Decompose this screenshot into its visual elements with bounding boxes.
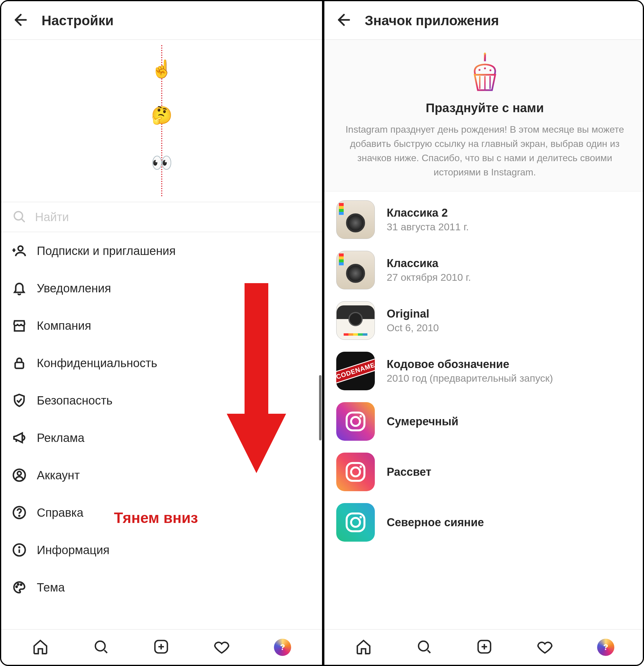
svg-point-10 [18, 584, 19, 585]
nav-add-icon[interactable] [476, 638, 493, 656]
info-circle-icon [12, 543, 27, 557]
app-icon-option-codename[interactable]: CODENAME Кодовое обозначение2010 год (пр… [324, 346, 644, 396]
svg-point-6 [19, 515, 20, 516]
menu-label: Информация [37, 543, 109, 557]
help-circle-icon [12, 505, 27, 520]
menu-item-privacy[interactable]: Конфиденциальность [1, 344, 322, 382]
two-panel-layout: Настройки ☝️ 🤔 👀 Подписки и приглашения … [0, 0, 644, 666]
svg-point-4 [18, 472, 21, 475]
menu-item-business[interactable]: Компания [1, 307, 322, 344]
scrollbar-thumb[interactable] [319, 375, 321, 440]
menu-item-about[interactable]: Информация [1, 531, 322, 569]
app-icon-list[interactable]: Классика 231 августа 2011 г. Классика27 … [324, 191, 644, 629]
menu-label: Уведомления [37, 282, 111, 295]
svg-rect-18 [347, 413, 364, 430]
app-icon-option-aurora[interactable]: Северное сияние [324, 497, 644, 547]
settings-search-row[interactable] [1, 202, 322, 232]
emoji-thinking: 🤔 [151, 105, 172, 125]
app-icon-pane: Значок приложения Праз [324, 1, 644, 665]
back-icon[interactable] [335, 11, 353, 30]
hero-title: Празднуйте с нами [341, 101, 629, 115]
app-icon-title: Значок приложения [365, 13, 499, 29]
original-icon-thumb [336, 301, 375, 340]
svg-point-0 [14, 212, 22, 220]
menu-label: Тема [37, 581, 65, 594]
app-icon-option-sunrise[interactable]: Рассвет [324, 447, 644, 497]
svg-point-8 [19, 547, 20, 547]
menu-label: Подписки и приглашения [37, 244, 176, 258]
lock-icon [12, 355, 27, 370]
nav-activity-icon[interactable] [537, 638, 553, 656]
settings-menu[interactable]: Подписки и приглашения Уведомления Компа… [1, 232, 322, 629]
app-icon-option-classic[interactable]: Классика27 октября 2010 г. [324, 245, 644, 295]
menu-item-notifications[interactable]: Уведомления [1, 269, 322, 307]
nav-add-icon[interactable] [153, 638, 170, 656]
icon-name: Классика [387, 257, 471, 270]
bell-icon [12, 281, 27, 296]
svg-rect-24 [347, 513, 364, 531]
person-circle-icon [12, 468, 27, 483]
app-icon-option-twilight[interactable]: Сумеречный [324, 396, 644, 447]
svg-rect-2 [15, 362, 23, 368]
nav-home-icon[interactable] [355, 638, 372, 656]
svg-point-12 [95, 641, 105, 651]
nav-home-icon[interactable] [32, 638, 49, 656]
follow-invite-icon [12, 243, 27, 258]
app-icon-option-original[interactable]: OriginalOct 6, 2010 [324, 295, 644, 346]
emoji-finger-up: ☝️ [151, 59, 172, 79]
emoji-eyes: 👀 [151, 153, 172, 173]
menu-item-help[interactable]: Справка [1, 494, 322, 531]
aurora-icon-thumb [336, 503, 375, 542]
menu-label: Компания [37, 319, 91, 332]
app-icon-option-classic2[interactable]: Классика 231 августа 2011 г. [324, 194, 644, 245]
svg-point-22 [351, 468, 360, 476]
svg-point-9 [16, 586, 17, 588]
nav-search-icon[interactable] [92, 638, 109, 656]
settings-search-input[interactable] [35, 210, 311, 224]
icon-name: Классика 2 [387, 207, 469, 219]
cupcake-icon [466, 52, 504, 94]
icon-name: Рассвет [387, 466, 431, 478]
menu-label: Аккаунт [37, 469, 80, 482]
twilight-icon-thumb [336, 402, 375, 441]
svg-point-17 [489, 69, 491, 71]
menu-item-follow-invite[interactable]: Подписки и приглашения [1, 232, 322, 269]
icon-date: Oct 6, 2010 [387, 322, 439, 334]
svg-point-15 [478, 69, 480, 71]
nav-activity-icon[interactable] [213, 638, 230, 656]
icon-name: Кодовое обозначение [387, 358, 553, 371]
bottom-nav [324, 629, 644, 665]
icon-name: Original [387, 308, 439, 320]
settings-pane: Настройки ☝️ 🤔 👀 Подписки и приглашения … [1, 1, 322, 665]
classic-icon-thumb [336, 251, 375, 290]
sunrise-icon-thumb [336, 453, 375, 491]
settings-toolbar: Настройки [1, 1, 322, 40]
menu-item-security[interactable]: Безопасность [1, 382, 322, 419]
menu-item-ads[interactable]: Реклама [1, 419, 322, 456]
back-icon[interactable] [12, 11, 30, 30]
pulldown-easter-egg[interactable]: ☝️ 🤔 👀 [1, 40, 322, 202]
svg-point-16 [484, 67, 486, 69]
hero-body: Instagram празднует день рождения! В это… [341, 122, 629, 179]
store-icon [12, 318, 27, 333]
search-icon [12, 209, 26, 225]
icon-name: Сумеречный [387, 415, 458, 428]
pane-divider [322, 1, 324, 665]
menu-item-theme[interactable]: Тема [1, 569, 322, 606]
codename-icon-thumb: CODENAME [336, 352, 375, 390]
nav-profile-icon[interactable] [274, 639, 291, 656]
menu-label: Конфиденциальность [37, 356, 157, 370]
menu-item-account[interactable]: Аккаунт [1, 456, 322, 494]
megaphone-icon [12, 430, 27, 445]
menu-label: Справка [37, 506, 83, 520]
svg-point-26 [360, 516, 362, 519]
menu-label: Реклама [37, 431, 84, 444]
nav-search-icon[interactable] [416, 638, 432, 656]
celebrate-hero: Празднуйте с нами Instagram празднует де… [324, 40, 644, 191]
icon-name: Северное сияние [387, 516, 484, 529]
svg-point-20 [360, 415, 362, 418]
classic2-icon-thumb [336, 200, 375, 239]
svg-rect-21 [347, 463, 364, 481]
icon-date: 2010 год (предварительный запуск) [387, 372, 553, 384]
nav-profile-icon[interactable] [597, 639, 614, 656]
